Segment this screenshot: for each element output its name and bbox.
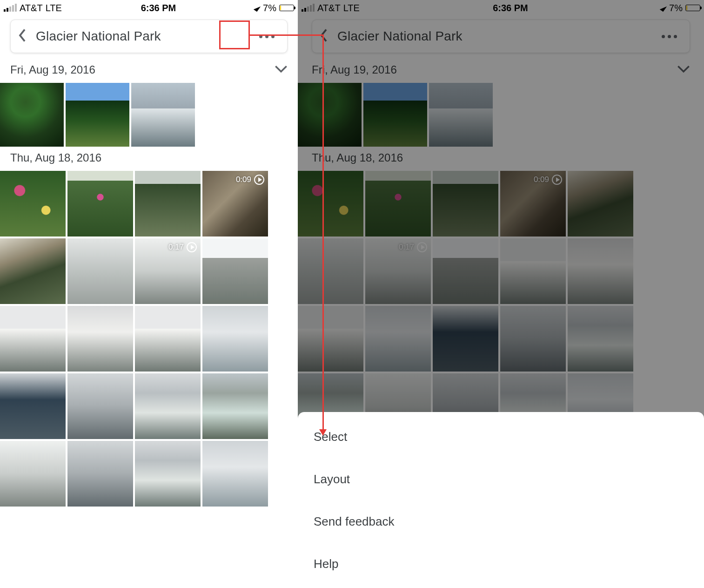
section-header-1[interactable]: Thu, Aug 18, 2016	[0, 147, 298, 171]
photo-thumbnail[interactable]	[202, 373, 268, 439]
photo-thumbnail[interactable]	[0, 441, 66, 507]
album-header: Glacier National Park	[10, 20, 288, 53]
section-date: Thu, Aug 18, 2016	[10, 151, 101, 164]
photo-thumbnail[interactable]	[365, 306, 431, 372]
photo-thumbnail[interactable]	[202, 238, 268, 304]
photo-thumbnail[interactable]	[568, 238, 633, 304]
photo-thumbnail[interactable]	[135, 171, 201, 237]
phone-screen-right: AT&T LTE 6:36 PM 7% Glacier National Par…	[298, 0, 704, 588]
network-label: LTE	[46, 3, 62, 14]
photo-thumbnail[interactable]	[202, 306, 268, 372]
photo-grid: 0:090:17	[298, 171, 704, 439]
photo-thumbnail[interactable]: 0:09	[202, 171, 268, 237]
photo-thumbnail[interactable]: 0:17	[365, 238, 431, 304]
clock-label: 6:36 PM	[493, 3, 528, 14]
photo-thumbnail[interactable]	[0, 373, 66, 439]
signal-icon	[302, 4, 315, 12]
photo-thumbnail[interactable]	[67, 373, 133, 439]
signal-icon	[4, 4, 17, 12]
photo-thumbnail[interactable]	[131, 83, 195, 147]
photo-thumbnail[interactable]	[67, 171, 133, 237]
video-duration: 0:09	[236, 175, 251, 184]
play-icon	[417, 242, 427, 252]
video-duration-badge: 0:09	[236, 175, 264, 185]
back-icon[interactable]	[17, 28, 27, 44]
sheet-item-select[interactable]: Select	[314, 416, 704, 458]
battery-pct: 7%	[669, 3, 683, 14]
photo-thumbnail[interactable]	[0, 171, 66, 237]
section-date: Fri, Aug 19, 2016	[312, 63, 397, 76]
video-duration: 0:17	[168, 243, 184, 252]
chevron-down-icon	[677, 65, 690, 75]
photo-thumbnail[interactable]	[298, 238, 363, 304]
photo-thumbnail[interactable]	[298, 83, 362, 147]
chevron-down-icon	[275, 65, 288, 75]
location-icon	[254, 4, 261, 12]
location-icon	[660, 4, 667, 12]
section-header-0[interactable]: Fri, Aug 19, 2016	[0, 59, 298, 83]
network-label: LTE	[343, 3, 360, 14]
status-bar: AT&T LTE 6:36 PM 7%	[298, 0, 704, 16]
video-duration-badge: 0:17	[168, 242, 197, 252]
album-title: Glacier National Park	[337, 29, 647, 44]
photo-thumbnail[interactable]	[0, 238, 66, 304]
play-icon	[187, 242, 197, 252]
video-duration-badge: 0:17	[399, 242, 427, 252]
photo-thumbnail[interactable]	[433, 238, 498, 304]
photo-thumbnail[interactable]	[568, 171, 633, 237]
photo-thumbnail[interactable]	[67, 441, 133, 507]
video-duration-badge: 0:09	[534, 175, 562, 185]
photo-thumbnail[interactable]	[500, 238, 566, 304]
battery-icon	[279, 5, 294, 11]
photo-thumbnail[interactable]	[429, 83, 493, 147]
photo-thumbnail[interactable]	[135, 441, 201, 507]
photo-thumbnail[interactable]: 0:09	[500, 171, 566, 237]
section-header-0[interactable]: Fri, Aug 19, 2016	[298, 59, 704, 83]
video-duration: 0:09	[534, 175, 549, 184]
more-options-button[interactable]	[253, 25, 281, 48]
sheet-item-send-feedback[interactable]: Send feedback	[314, 500, 704, 543]
play-icon	[254, 175, 264, 185]
album-title: Glacier National Park	[36, 29, 244, 44]
more-options-button[interactable]	[655, 25, 683, 48]
sheet-item-layout[interactable]: Layout	[314, 458, 704, 500]
video-duration: 0:17	[399, 243, 414, 252]
photo-thumbnail[interactable]	[66, 83, 129, 147]
section-header-1[interactable]: Thu, Aug 18, 2016	[298, 147, 704, 171]
photo-grid	[0, 83, 298, 147]
photo-thumbnail[interactable]	[202, 441, 268, 507]
photo-thumbnail[interactable]: 0:17	[135, 238, 201, 304]
photo-grid	[298, 83, 704, 147]
photo-thumbnail[interactable]	[67, 306, 133, 372]
section-date: Thu, Aug 18, 2016	[312, 151, 403, 164]
photo-thumbnail[interactable]	[433, 306, 498, 372]
photo-grid: 0:090:17	[0, 171, 298, 507]
status-bar: AT&T LTE 6:36 PM 7%	[0, 0, 298, 16]
photo-thumbnail[interactable]	[433, 171, 498, 237]
photo-thumbnail[interactable]	[363, 83, 427, 147]
section-date: Fri, Aug 19, 2016	[10, 63, 95, 76]
photo-thumbnail[interactable]	[0, 306, 66, 372]
carrier-label: AT&T	[20, 3, 43, 14]
battery-icon	[685, 5, 700, 11]
sheet-item-help[interactable]: Help	[314, 543, 704, 585]
photo-thumbnail[interactable]	[500, 306, 566, 372]
photo-thumbnail[interactable]	[298, 306, 363, 372]
battery-pct: 7%	[263, 3, 276, 14]
photo-thumbnail[interactable]	[135, 306, 201, 372]
back-icon[interactable]	[319, 28, 329, 44]
play-icon	[552, 175, 562, 185]
photo-thumbnail[interactable]	[0, 83, 64, 147]
carrier-label: AT&T	[317, 3, 341, 14]
photo-thumbnail[interactable]	[365, 171, 431, 237]
photo-thumbnail[interactable]	[135, 373, 201, 439]
photo-thumbnail[interactable]	[67, 238, 133, 304]
album-header: Glacier National Park	[312, 20, 690, 53]
clock-label: 6:36 PM	[141, 3, 176, 14]
phone-screen-left: AT&T LTE 6:36 PM 7% Glacier National Par…	[0, 0, 298, 588]
action-sheet: Select Layout Send feedback Help	[298, 412, 704, 588]
photo-thumbnail[interactable]	[298, 171, 363, 237]
photo-thumbnail[interactable]	[568, 306, 633, 372]
